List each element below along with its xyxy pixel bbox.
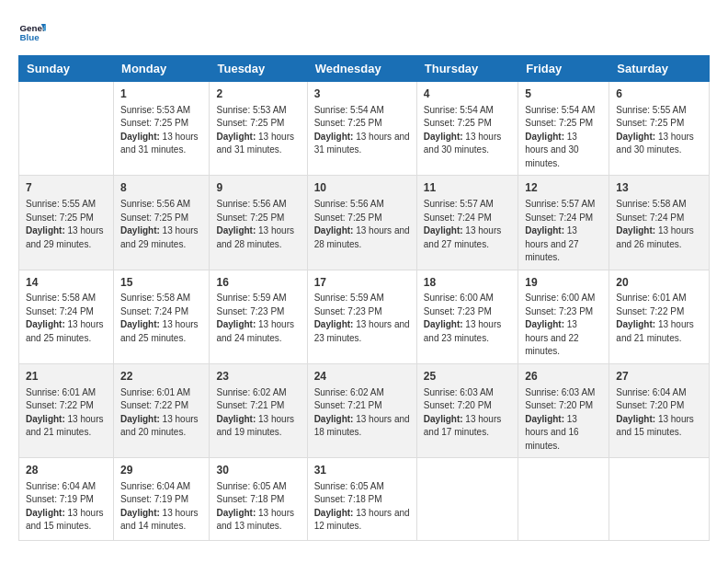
calendar-cell: 7Sunrise: 5:55 AMSunset: 7:25 PMDaylight… [19,176,114,270]
day-number: 28 [26,463,107,478]
col-tuesday: Tuesday [210,56,307,82]
calendar-table: Sunday Monday Tuesday Wednesday Thursday… [18,55,710,541]
calendar-cell: 8Sunrise: 5:56 AMSunset: 7:25 PMDaylight… [114,176,210,270]
day-number: 27 [616,369,702,385]
day-info: Sunrise: 6:01 AMSunset: 7:22 PMDaylight:… [616,292,702,345]
day-info: Sunrise: 6:03 AMSunset: 7:20 PMDaylight:… [424,386,511,440]
svg-text:Blue: Blue [20,32,40,42]
calendar-cell: 26Sunrise: 6:03 AMSunset: 7:20 PMDayligh… [518,363,609,457]
col-wednesday: Wednesday [307,56,416,82]
day-info: Sunrise: 5:55 AMSunset: 7:25 PMDaylight:… [616,104,702,157]
day-info: Sunrise: 5:54 AMSunset: 7:25 PMDaylight:… [424,104,511,157]
calendar-cell: 17Sunrise: 5:59 AMSunset: 7:23 PMDayligh… [307,270,416,363]
calendar-cell: 2Sunrise: 5:53 AMSunset: 7:25 PMDaylight… [210,82,307,176]
day-number: 18 [424,275,511,291]
day-number: 21 [26,369,107,385]
day-info: Sunrise: 6:00 AMSunset: 7:23 PMDaylight:… [525,292,602,359]
col-friday: Friday [518,56,609,82]
day-info: Sunrise: 6:03 AMSunset: 7:20 PMDaylight:… [525,386,602,454]
day-info: Sunrise: 5:59 AMSunset: 7:23 PMDaylight:… [314,292,410,345]
calendar-week-row: 21Sunrise: 6:01 AMSunset: 7:22 PMDayligh… [19,363,710,457]
day-number: 8 [120,180,202,196]
day-number: 7 [26,180,107,196]
calendar-cell: 1Sunrise: 5:53 AMSunset: 7:25 PMDaylight… [114,82,210,176]
day-info: Sunrise: 5:54 AMSunset: 7:25 PMDaylight:… [314,104,410,157]
day-info: Sunrise: 6:01 AMSunset: 7:22 PMDaylight:… [120,386,202,440]
calendar-cell [609,458,710,541]
calendar-cell: 28Sunrise: 6:04 AMSunset: 7:19 PMDayligh… [19,458,114,541]
day-number: 6 [616,86,702,102]
day-info: Sunrise: 5:58 AMSunset: 7:24 PMDaylight:… [120,292,202,345]
day-number: 15 [120,275,202,291]
col-thursday: Thursday [416,56,518,82]
day-info: Sunrise: 5:58 AMSunset: 7:24 PMDaylight:… [616,198,702,251]
day-number: 23 [216,369,300,385]
day-info: Sunrise: 6:02 AMSunset: 7:21 PMDaylight:… [216,386,300,440]
day-info: Sunrise: 5:56 AMSunset: 7:25 PMDaylight:… [120,198,202,251]
col-sunday: Sunday [19,56,114,82]
calendar-cell: 30Sunrise: 6:05 AMSunset: 7:18 PMDayligh… [210,458,307,541]
calendar-cell: 21Sunrise: 6:01 AMSunset: 7:22 PMDayligh… [19,363,114,457]
calendar-week-row: 1Sunrise: 5:53 AMSunset: 7:25 PMDaylight… [19,82,710,176]
calendar-header-row: Sunday Monday Tuesday Wednesday Thursday… [19,56,710,82]
calendar-cell: 12Sunrise: 5:57 AMSunset: 7:24 PMDayligh… [518,176,609,270]
calendar-cell: 10Sunrise: 5:56 AMSunset: 7:25 PMDayligh… [307,176,416,270]
day-number: 19 [525,275,602,291]
day-number: 13 [616,180,702,196]
calendar-cell: 20Sunrise: 6:01 AMSunset: 7:22 PMDayligh… [609,270,710,363]
calendar-cell [518,458,609,541]
day-info: Sunrise: 5:57 AMSunset: 7:24 PMDaylight:… [424,198,511,251]
day-number: 9 [216,180,300,196]
day-info: Sunrise: 5:56 AMSunset: 7:25 PMDaylight:… [314,198,410,251]
page-header: General Blue [18,18,710,46]
day-number: 12 [525,180,602,196]
logo-icon: General Blue [18,18,46,46]
day-info: Sunrise: 6:02 AMSunset: 7:21 PMDaylight:… [314,386,410,440]
day-info: Sunrise: 5:58 AMSunset: 7:24 PMDaylight:… [26,292,107,345]
calendar-cell: 4Sunrise: 5:54 AMSunset: 7:25 PMDaylight… [416,82,518,176]
day-number: 2 [216,86,300,102]
logo: General Blue [18,18,50,46]
day-info: Sunrise: 6:04 AMSunset: 7:19 PMDaylight:… [26,480,107,534]
day-info: Sunrise: 6:04 AMSunset: 7:20 PMDaylight:… [616,386,702,440]
calendar-cell: 9Sunrise: 5:56 AMSunset: 7:25 PMDaylight… [210,176,307,270]
day-number: 16 [216,275,300,291]
day-number: 22 [120,369,202,385]
calendar-week-row: 28Sunrise: 6:04 AMSunset: 7:19 PMDayligh… [19,458,710,541]
day-info: Sunrise: 6:04 AMSunset: 7:19 PMDaylight:… [120,480,202,534]
col-saturday: Saturday [609,56,710,82]
day-info: Sunrise: 5:53 AMSunset: 7:25 PMDaylight:… [216,104,300,157]
day-number: 4 [424,86,511,102]
day-number: 24 [314,369,410,385]
calendar-cell: 31Sunrise: 6:05 AMSunset: 7:18 PMDayligh… [307,458,416,541]
calendar-cell: 22Sunrise: 6:01 AMSunset: 7:22 PMDayligh… [114,363,210,457]
calendar-cell [416,458,518,541]
day-info: Sunrise: 5:57 AMSunset: 7:24 PMDaylight:… [525,198,602,265]
calendar-cell: 19Sunrise: 6:00 AMSunset: 7:23 PMDayligh… [518,270,609,363]
day-info: Sunrise: 5:56 AMSunset: 7:25 PMDaylight:… [216,198,300,251]
calendar-week-row: 14Sunrise: 5:58 AMSunset: 7:24 PMDayligh… [19,270,710,363]
calendar-cell: 23Sunrise: 6:02 AMSunset: 7:21 PMDayligh… [210,363,307,457]
day-number: 5 [525,86,602,102]
day-number: 29 [120,463,202,478]
day-info: Sunrise: 5:53 AMSunset: 7:25 PMDaylight:… [120,104,202,157]
day-info: Sunrise: 5:54 AMSunset: 7:25 PMDaylight:… [525,104,602,171]
day-number: 26 [525,369,602,385]
calendar-cell: 29Sunrise: 6:04 AMSunset: 7:19 PMDayligh… [114,458,210,541]
day-number: 25 [424,369,511,385]
day-number: 3 [314,86,410,102]
day-info: Sunrise: 6:00 AMSunset: 7:23 PMDaylight:… [424,292,511,345]
day-number: 14 [26,275,107,291]
calendar-cell: 13Sunrise: 5:58 AMSunset: 7:24 PMDayligh… [609,176,710,270]
day-info: Sunrise: 6:01 AMSunset: 7:22 PMDaylight:… [26,386,107,440]
calendar-cell: 16Sunrise: 5:59 AMSunset: 7:23 PMDayligh… [210,270,307,363]
day-number: 20 [616,275,702,291]
calendar-body: 1Sunrise: 5:53 AMSunset: 7:25 PMDaylight… [19,82,710,541]
calendar-cell: 6Sunrise: 5:55 AMSunset: 7:25 PMDaylight… [609,82,710,176]
day-info: Sunrise: 6:05 AMSunset: 7:18 PMDaylight:… [216,480,300,534]
col-monday: Monday [114,56,210,82]
calendar-cell: 5Sunrise: 5:54 AMSunset: 7:25 PMDaylight… [518,82,609,176]
calendar-cell: 11Sunrise: 5:57 AMSunset: 7:24 PMDayligh… [416,176,518,270]
calendar-cell: 27Sunrise: 6:04 AMSunset: 7:20 PMDayligh… [609,363,710,457]
day-number: 10 [314,180,410,196]
